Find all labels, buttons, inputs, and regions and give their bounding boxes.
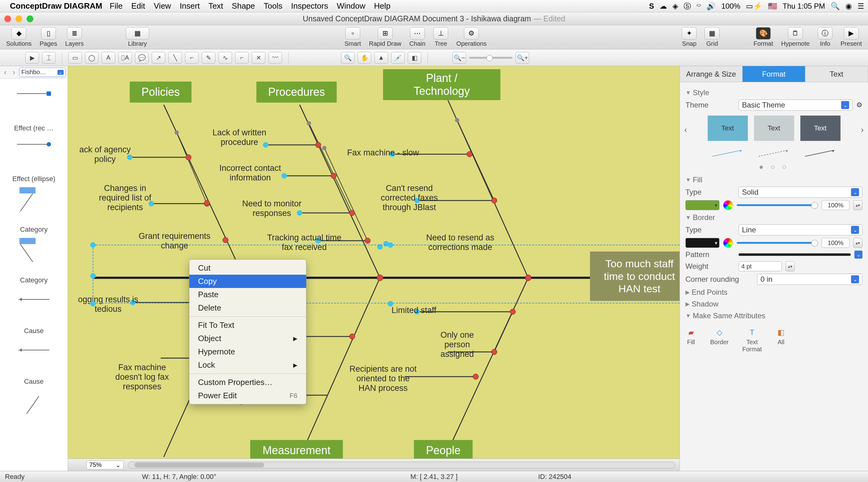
- shape-library-select[interactable]: Fishbo… ⌄: [19, 68, 66, 77]
- arrow-tool[interactable]: ↗: [152, 52, 165, 64]
- zoom-tool[interactable]: 🔍: [341, 52, 354, 64]
- rect-tool[interactable]: ▭: [68, 52, 82, 64]
- siri-icon[interactable]: ◉: [845, 2, 852, 10]
- shape-effect-line[interactable]: [3, 84, 65, 112]
- minimize-window[interactable]: [16, 16, 22, 22]
- cause-text[interactable]: Can't resend corrected faxes through JBl…: [365, 183, 454, 212]
- menu-shape[interactable]: Shape: [232, 1, 255, 11]
- selection-handle[interactable]: [388, 242, 393, 248]
- smart-connector-tool[interactable]: ✕: [252, 52, 265, 64]
- hamburger-icon[interactable]: ☰: [858, 2, 864, 10]
- operations-button[interactable]: ⚙: [464, 27, 479, 39]
- pen-tool[interactable]: ✎: [202, 52, 215, 64]
- arrow-style-1[interactable]: [708, 146, 748, 161]
- zoom-in[interactable]: 🔍+: [516, 52, 529, 64]
- eyedropper-tool[interactable]: 💉: [391, 52, 405, 64]
- border-opacity-slider[interactable]: [737, 242, 818, 244]
- shape-category-1[interactable]: Category: [3, 225, 65, 264]
- arrow-style-2[interactable]: [754, 146, 794, 161]
- spotlight-icon[interactable]: 🔍: [831, 2, 840, 10]
- shape-cause-1[interactable]: Cause: [3, 327, 65, 365]
- shape-category-2[interactable]: Category: [3, 276, 65, 314]
- border-color[interactable]: ▾: [685, 238, 719, 248]
- menu-insert[interactable]: Insert: [180, 1, 200, 11]
- bezier-tool[interactable]: ∿: [218, 52, 232, 64]
- text-tool[interactable]: ⌶: [42, 52, 56, 64]
- flag-icon[interactable]: 🇺🇸: [768, 2, 777, 10]
- category-people[interactable]: People: [414, 440, 473, 461]
- category-policies[interactable]: Policies: [130, 82, 191, 102]
- cause-text[interactable]: Limited staff: [380, 306, 448, 315]
- border-weight-stepper[interactable]: ▴▾: [785, 262, 795, 271]
- wifi-icon[interactable]: ⌔: [696, 2, 701, 10]
- msa-text-format[interactable]: TText Format: [742, 328, 762, 353]
- status-icon-s[interactable]: S: [649, 2, 654, 10]
- cause-text[interactable]: Recipients are not oriented to the HAN p…: [337, 364, 429, 393]
- shape-effect-rec[interactable]: Effect (rec …: [3, 124, 65, 162]
- solutions-button[interactable]: ◆: [11, 27, 26, 39]
- cause-text[interactable]: Changes in required list of recipients: [87, 183, 164, 212]
- curve-tool[interactable]: ⌐: [185, 52, 198, 64]
- horizontal-scrollbar[interactable]: [128, 462, 675, 469]
- rapid-draw-button[interactable]: ⊞: [378, 27, 393, 39]
- cause-text[interactable]: Need to monitor responses: [228, 199, 315, 218]
- category-procedures[interactable]: Procedures: [256, 82, 337, 102]
- border-weight[interactable]: 4 pt: [739, 262, 782, 271]
- zoom-select[interactable]: 75%⌄: [87, 461, 124, 469]
- theme-swatch-3[interactable]: Text: [800, 116, 840, 141]
- menu-tools[interactable]: Tools: [264, 1, 283, 11]
- category-plant[interactable]: Plant / Technology: [383, 69, 500, 100]
- hypernote-button[interactable]: 🗒: [788, 27, 803, 39]
- msa-border[interactable]: ◇Border: [710, 328, 729, 353]
- callout-tool[interactable]: 💬: [135, 52, 149, 64]
- grid-button[interactable]: ▦: [705, 27, 719, 39]
- fill-color-picker[interactable]: [723, 200, 733, 210]
- close-window[interactable]: [4, 16, 11, 22]
- ctx-power-edit[interactable]: Power EditF6: [189, 389, 306, 402]
- menu-file[interactable]: File: [110, 1, 123, 11]
- layers-button[interactable]: ≣: [67, 27, 82, 39]
- ctx-object[interactable]: Object▶: [189, 332, 306, 345]
- border-color-picker[interactable]: [723, 238, 733, 248]
- ellipse-tool[interactable]: ◯: [85, 52, 98, 64]
- section-shadow[interactable]: Shadow: [692, 300, 718, 308]
- cause-text[interactable]: Fax machine - slow: [337, 148, 429, 158]
- tree-button[interactable]: ⊥: [433, 27, 448, 39]
- library-button[interactable]: ▦: [126, 27, 149, 39]
- border-opacity-value[interactable]: 100%: [822, 238, 849, 248]
- fill-opacity-slider[interactable]: [737, 204, 818, 206]
- selection-handle[interactable]: [90, 273, 96, 279]
- pages-button[interactable]: ▯: [41, 27, 56, 39]
- canvas[interactable]: Policies Procedures Plant / Technology M…: [68, 66, 680, 458]
- zoom-out[interactable]: 🔍−: [453, 52, 466, 64]
- connector-tool[interactable]: ⌐: [235, 52, 249, 64]
- skype-icon[interactable]: Ⓢ: [684, 1, 691, 11]
- diamond-icon[interactable]: ◈: [673, 2, 678, 10]
- cause-text[interactable]: Fax machine doesn't log fax responses: [99, 363, 185, 391]
- cause-text[interactable]: Incorrect contact information: [207, 163, 293, 183]
- fill-opacity-value[interactable]: 100%: [822, 200, 849, 210]
- tab-format[interactable]: Format: [743, 66, 805, 82]
- selection-handle[interactable]: [90, 242, 96, 248]
- arrow-style-3[interactable]: [800, 146, 840, 161]
- stamp-tool[interactable]: ▲: [374, 52, 388, 64]
- menu-view[interactable]: View: [154, 1, 171, 11]
- border-opacity-stepper[interactable]: ▴▾: [853, 238, 862, 248]
- cause-text[interactable]: ack of agency policy: [71, 145, 139, 164]
- eraser-tool[interactable]: ◧: [408, 52, 421, 64]
- ctx-paste[interactable]: Paste: [189, 288, 306, 301]
- border-pattern[interactable]: [739, 253, 851, 256]
- info-button[interactable]: ⓘ: [818, 27, 833, 39]
- tab-text[interactable]: Text: [805, 66, 868, 82]
- selection-handle[interactable]: [90, 301, 96, 306]
- ctx-copy[interactable]: Copy: [189, 275, 306, 288]
- menu-text[interactable]: Text: [209, 1, 223, 11]
- text-box-tool[interactable]: ⌷A: [118, 52, 132, 64]
- theme-swatch-2[interactable]: Text: [754, 116, 794, 141]
- corner-rounding[interactable]: 0 in⌄: [757, 274, 862, 285]
- cloud-icon[interactable]: ☁: [659, 2, 667, 10]
- menu-help[interactable]: Help: [374, 1, 391, 11]
- battery-icon[interactable]: ▭⚡: [746, 2, 762, 10]
- menu-window[interactable]: Window: [337, 1, 365, 11]
- shape-effect-ellipse[interactable]: Effect (ellipse): [3, 175, 65, 213]
